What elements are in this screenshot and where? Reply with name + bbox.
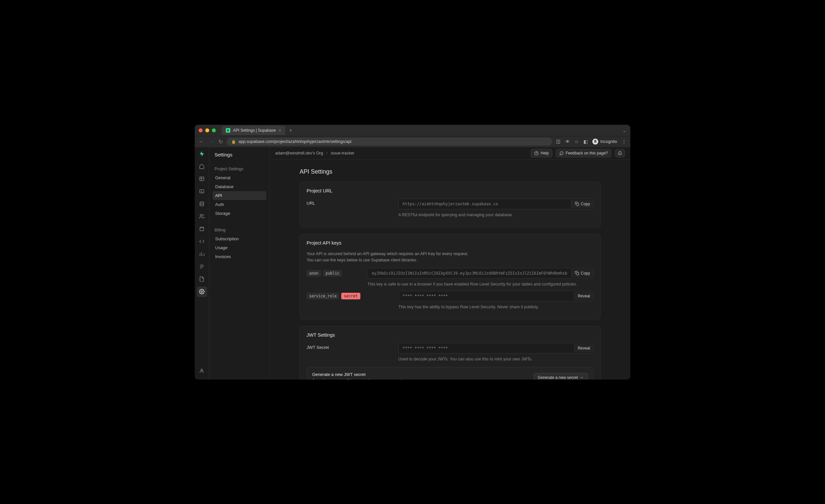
sidebar-item-subscription[interactable]: Subscription <box>213 234 266 243</box>
supabase-favicon-icon <box>226 128 230 133</box>
maximize-window-icon[interactable] <box>212 128 216 132</box>
anon-key-hint: This key is safe to use in a browser if … <box>368 281 594 287</box>
jwt-secret-input: **** **** **** **** Reveal <box>398 343 594 354</box>
service-key-input: **** **** **** **** Reveal <box>398 291 594 301</box>
key-icon[interactable]: ⚿ <box>556 139 561 144</box>
account-icon[interactable] <box>197 366 207 376</box>
api-keys-card: Project API keys Your API is secured beh… <box>300 234 601 319</box>
notifications-button[interactable] <box>615 149 625 157</box>
profile-button[interactable]: Incognito <box>592 139 617 145</box>
public-tag: public <box>323 270 342 277</box>
reveal-jwt-button[interactable]: Reveal <box>574 344 593 353</box>
reveal-label: Reveal <box>578 346 590 351</box>
breadcrumb-project[interactable]: issue-tracker <box>331 151 355 155</box>
help-icon <box>534 151 538 155</box>
copy-anon-button[interactable]: Copy <box>571 269 593 278</box>
table-icon[interactable] <box>197 173 207 184</box>
browser-window: API Settings | Supabase × + ⌄ ← → ↻ 🔒 ap… <box>195 125 630 379</box>
logs-icon[interactable] <box>197 262 207 272</box>
eye-off-icon[interactable]: 👁 <box>565 139 570 144</box>
topbar: adam@windmill.dev's Org / issue-tracker … <box>270 147 630 160</box>
project-url-card: Project URL URL https://azahtnhqohyjerza… <box>300 182 601 228</box>
reveal-service-button[interactable]: Reveal <box>574 292 593 300</box>
database-icon[interactable] <box>197 199 207 209</box>
icon-rail <box>195 147 209 379</box>
settings-icon[interactable] <box>197 286 207 297</box>
sidebar-title: Settings <box>213 152 266 157</box>
svg-point-5 <box>201 291 202 292</box>
secret-tag: secret <box>341 293 360 299</box>
storage-icon[interactable] <box>197 224 207 234</box>
svg-point-6 <box>201 369 203 371</box>
url-label: URL <box>307 199 397 206</box>
copy-icon <box>575 271 579 275</box>
generate-secret-button[interactable]: Generate a new secret <box>534 373 588 379</box>
project-url-input: https://azahtnhqohyjerzaxtmk.supabase.co… <box>398 199 594 209</box>
jwt-card: JWT Settings JWT Secret **** **** **** *… <box>300 326 601 379</box>
close-window-icon[interactable] <box>199 128 203 132</box>
supabase-logo-icon[interactable] <box>199 150 205 157</box>
copy-url-button[interactable]: Copy <box>571 200 593 208</box>
back-icon[interactable]: ← <box>199 139 204 145</box>
titlebar: API Settings | Supabase × + ⌄ <box>195 125 630 136</box>
new-tab-button[interactable]: + <box>289 127 292 133</box>
project-url-value[interactable]: https://azahtnhqohyjerzaxtmk.supabase.co <box>399 199 571 209</box>
anon-tag: anon <box>307 270 321 277</box>
service-key-value[interactable]: **** **** **** **** <box>399 291 574 301</box>
docs-icon[interactable] <box>197 274 207 285</box>
edge-functions-icon[interactable] <box>197 236 207 247</box>
reveal-label: Reveal <box>578 294 590 298</box>
sql-icon[interactable] <box>197 186 207 197</box>
tabs-overflow-icon[interactable]: ⌄ <box>622 128 626 133</box>
help-button[interactable]: Help <box>531 149 552 157</box>
menu-icon[interactable]: ⋮ <box>622 139 626 144</box>
jwt-heading: JWT Settings <box>307 332 594 338</box>
svg-point-2 <box>200 202 204 203</box>
urlbar-actions: ⚿ 👁 ☆ ◧ Incognito ⋮ <box>556 139 626 145</box>
feedback-label: Feedback on this page? <box>566 151 608 155</box>
svg-rect-1 <box>200 190 204 193</box>
project-url-heading: Project URL <box>307 188 594 194</box>
project-url-hint: A RESTful endpoint for querying and mana… <box>398 212 594 218</box>
api-keys-desc-1: Your API is secured behind an API gatewa… <box>307 251 594 257</box>
copy-label: Copy <box>581 271 590 276</box>
forward-icon[interactable]: → <box>209 139 214 145</box>
sidebar-item-auth[interactable]: Auth <box>213 200 266 209</box>
tab-title: API Settings | Supabase <box>233 128 276 133</box>
sidebar-item-general[interactable]: General <box>213 173 266 182</box>
home-icon[interactable] <box>197 161 207 172</box>
browser-tab[interactable]: API Settings | Supabase × <box>222 126 285 135</box>
minimize-window-icon[interactable] <box>205 128 209 132</box>
close-tab-icon[interactable]: × <box>279 128 281 133</box>
breadcrumb-org[interactable]: adam@windmill.dev's Org <box>275 151 323 155</box>
breadcrumb-separator-icon: / <box>326 151 327 155</box>
sidebar-item-storage[interactable]: Storage <box>213 209 266 218</box>
sidebar-group-billing: Billing <box>213 225 266 234</box>
jwt-secret-hint: Used to decode your JWTs. You can also u… <box>398 356 594 362</box>
incognito-avatar-icon <box>592 139 598 145</box>
reports-icon[interactable] <box>197 249 207 260</box>
generate-secret-label: Generate a new secret <box>538 375 578 379</box>
sidebar-item-api[interactable]: API <box>213 191 266 200</box>
jwt-secret-label: JWT Secret <box>307 343 397 350</box>
svg-point-3 <box>200 214 202 216</box>
lock-icon: 🔒 <box>231 140 236 144</box>
sidebar-item-usage[interactable]: Usage <box>213 243 266 252</box>
page-content: API Settings Project URL URL https://aza… <box>270 160 630 379</box>
incognito-label: Incognito <box>600 139 617 144</box>
feedback-button[interactable]: Feedback on this page? <box>556 149 611 157</box>
star-icon[interactable]: ☆ <box>575 139 579 144</box>
sidebar-group-project: Project Settings <box>213 164 266 173</box>
sidebar-item-database[interactable]: Database <box>213 182 266 191</box>
svg-rect-8 <box>577 203 579 206</box>
address-bar[interactable]: 🔒 app.supabase.com/project/azahtnhqohyje… <box>227 138 552 146</box>
svg-rect-9 <box>577 273 579 275</box>
anon-key-value[interactable]: eyJhbGciOiJIUzI1NiIsInR5cCI6IkpXVCJ9.eyJ… <box>368 268 571 278</box>
sidebar-item-invoices[interactable]: Invoices <box>213 252 266 261</box>
generate-secret-title: Generate a new JWT secret <box>312 372 530 377</box>
auth-icon[interactable] <box>197 211 207 222</box>
jwt-secret-value[interactable]: **** **** **** **** <box>399 343 574 353</box>
reload-icon[interactable]: ↻ <box>218 139 223 145</box>
extensions-icon[interactable]: ◧ <box>584 139 588 144</box>
generate-secret-desc: A random secret will be created, or you … <box>312 378 530 379</box>
